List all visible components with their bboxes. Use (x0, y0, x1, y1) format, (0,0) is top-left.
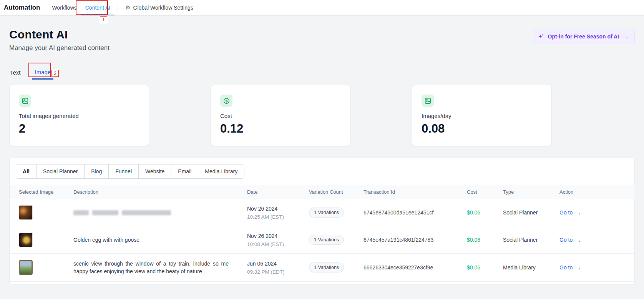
stat-label: Total images generated (19, 113, 139, 119)
stat-card-total-images: Total images generated 2 (9, 85, 149, 146)
app-title: Automation (4, 4, 40, 12)
global-workflow-settings-label: Global Workflow Settings (133, 5, 193, 11)
transaction-id: 6745e457a191c4861f224783 (354, 226, 458, 254)
stat-value: 0.08 (422, 122, 542, 136)
page-subtitle: Manage your AI generated content (9, 44, 110, 52)
table-row: Nov 26 2024 10:25 AM (EST) 1 Variations … (10, 199, 635, 226)
stat-card-images-per-day: Images/day 0.08 (412, 85, 552, 146)
go-to-label: Go to (559, 209, 573, 216)
image-icon (422, 95, 434, 107)
top-tabs: Workflows Content AI ⚙ Global Workflow S… (48, 0, 197, 15)
row-date: Jun 06 2024 (247, 261, 290, 267)
col-action: Action (550, 185, 635, 199)
images-table-card: All Social Planner Blog Funnel Website E… (9, 158, 635, 284)
row-type: Social Planner (494, 199, 550, 226)
divider (118, 4, 118, 11)
row-type: Social Planner (494, 226, 550, 254)
row-time: 10:25 AM (EST) (247, 214, 290, 220)
row-cost: $0.06 (458, 199, 494, 226)
go-to-link[interactable]: Go to → (559, 209, 581, 216)
source-filter-group: All Social Planner Blog Funnel Website E… (16, 164, 244, 179)
stat-cards: Total images generated 2 $ Cost 0.12 (9, 85, 635, 146)
row-cost: $0.06 (458, 226, 494, 254)
arrow-right-icon: → (622, 33, 629, 40)
stat-label: Cost (220, 113, 341, 119)
tab-text[interactable]: Text (9, 69, 22, 80)
filter-blog[interactable]: Blog (84, 164, 108, 178)
page-header: Content AI Manage your AI generated cont… (9, 28, 635, 52)
image-icon (19, 95, 31, 107)
transaction-id: 666263304ece359227e3cf9e (354, 254, 458, 282)
col-description: Description (64, 185, 238, 199)
transaction-id: 6745e874500da51ee12451cf (354, 199, 458, 226)
go-to-label: Go to (559, 264, 573, 271)
col-transaction-id: Transaction Id (354, 185, 458, 199)
filter-all[interactable]: All (16, 164, 36, 178)
variation-count-badge: 1 Variations (309, 262, 344, 272)
stat-card-cost: $ Cost 0.12 (211, 85, 350, 146)
page-title: Content AI (9, 28, 110, 41)
filter-media-library[interactable]: Media Library (198, 164, 244, 178)
content-ai-page: Content AI Manage your AI generated cont… (0, 16, 644, 294)
sparkle-icon (538, 33, 544, 40)
col-date: Date (238, 185, 300, 199)
generated-image-thumbnail[interactable] (19, 205, 33, 220)
generated-image-thumbnail[interactable] (19, 260, 33, 275)
row-description: Golden egg with with goose (64, 226, 238, 254)
stat-value: 0.12 (220, 122, 341, 136)
go-to-link[interactable]: Go to → (559, 237, 581, 243)
optin-free-season-button[interactable]: Opt-in for Free Season of AI → (532, 30, 635, 43)
tab-workflows[interactable]: Workflows (48, 0, 81, 15)
table-row: Golden egg with with goose Nov 26 2024 1… (10, 226, 635, 254)
tab-global-workflow-settings[interactable]: ⚙ Global Workflow Settings (121, 0, 198, 15)
stat-value: 2 (19, 122, 139, 136)
row-time: 10:08 AM (EST) (247, 241, 290, 247)
table-header-row: Selected Image Description Date Variatio… (10, 185, 635, 199)
filter-social-planner[interactable]: Social Planner (36, 164, 84, 178)
go-to-link[interactable]: Go to → (559, 264, 581, 271)
filter-email[interactable]: Email (171, 164, 198, 178)
redacted-description (73, 210, 229, 215)
filter-website[interactable]: Website (138, 164, 171, 178)
arrow-right-icon: → (575, 209, 581, 216)
col-cost: Cost (458, 185, 494, 199)
optin-button-label: Opt-in for Free Season of AI (548, 33, 619, 40)
table-row: scenic view through the window of a toy … (10, 254, 635, 282)
arrow-right-icon: → (575, 264, 581, 271)
tab-image[interactable]: Image (32, 69, 54, 80)
filter-funnel[interactable]: Funnel (108, 164, 138, 178)
row-time: 09:32 PM (EDT) (247, 269, 290, 275)
row-date: Nov 26 2024 (247, 206, 290, 212)
content-type-tabs: Text Image (9, 69, 635, 80)
row-date: Nov 26 2024 (247, 233, 290, 239)
generated-image-thumbnail[interactable] (19, 233, 33, 247)
stat-label: Images/day (422, 113, 542, 119)
col-selected-image: Selected Image (10, 185, 64, 199)
svg-text:$: $ (225, 98, 228, 103)
top-navigation-bar: Automation Workflows Content AI ⚙ Global… (0, 0, 644, 16)
row-cost: $0.06 (458, 254, 494, 282)
row-description: scenic view through the window of a toy … (64, 254, 238, 282)
variation-count-badge: 1 Variations (309, 208, 344, 218)
col-variation-count: Variation Count (300, 185, 354, 199)
col-type: Type (494, 185, 550, 199)
generated-images-table: Selected Image Description Date Variatio… (10, 185, 635, 282)
go-to-label: Go to (559, 237, 573, 243)
row-type: Media Library (494, 254, 550, 282)
gear-icon: ⚙ (125, 4, 130, 11)
arrow-right-icon: → (575, 237, 581, 243)
tab-content-ai[interactable]: Content AI (81, 0, 115, 15)
variation-count-badge: 1 Variations (309, 235, 344, 245)
dollar-icon: $ (220, 95, 232, 107)
